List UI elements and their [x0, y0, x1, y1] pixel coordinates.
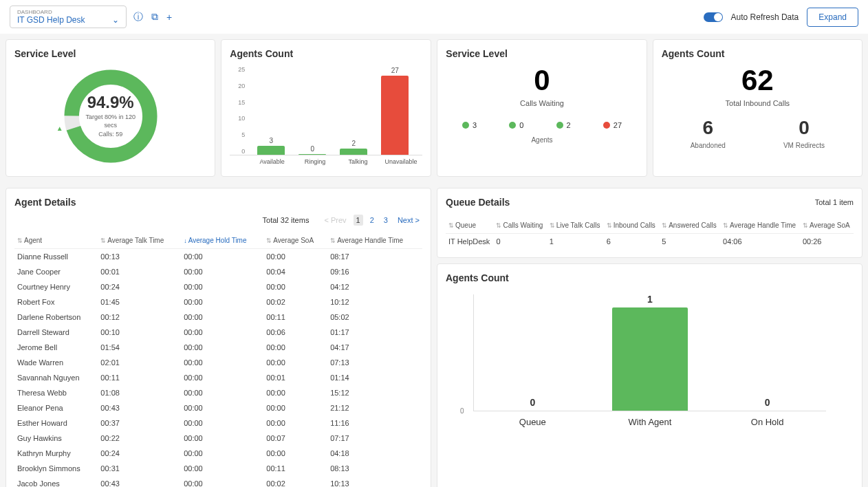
table-row[interactable]: Guy Hawkins00:2200:0000:0707:17	[14, 431, 422, 446]
bar	[299, 154, 326, 155]
agent-details-col[interactable]: ⇅Average Handle Time	[327, 232, 422, 249]
table-row[interactable]: Theresa Webb01:0800:0000:0015:12	[14, 385, 422, 400]
table-row[interactable]: Esther Howard00:3700:0000:0011:16	[14, 415, 422, 431]
table-row[interactable]: Courtney Henry00:2400:0000:0004:12	[14, 279, 422, 294]
queue-details-total: Total 1 item	[815, 198, 854, 206]
dot-value: 3	[473, 121, 477, 129]
pagination-page[interactable]: 2	[367, 215, 377, 226]
table-cell: 5	[659, 234, 720, 250]
bar-value: 2	[352, 140, 356, 147]
donut-marker-icon: ▲	[56, 125, 63, 132]
queue-details-table: ⇅Queue⇅Calls Waiting⇅Live Talk Calls⇅Inb…	[446, 217, 854, 249]
col-label: Queue	[455, 221, 476, 229]
copy-icon[interactable]: ⧉	[150, 10, 160, 24]
inbound-label: Total Inbound Calls	[662, 99, 854, 107]
service-level-title: Service Level	[14, 48, 206, 59]
bar-value: 0	[311, 145, 315, 153]
subnum: 6Abandoned	[691, 117, 726, 149]
table-row[interactable]: Jerome Bell01:5400:0000:0004:17	[14, 340, 422, 355]
queue-details-col[interactable]: ⇅Queue	[446, 217, 493, 234]
queue-details-card: Queue Details Total 1 item ⇅Queue⇅Calls …	[437, 188, 862, 258]
agent-details-title: Agent Details	[14, 197, 422, 208]
donut-center: 94.9% Target 80% in 120 secs Calls: 59	[85, 93, 136, 139]
queue-details-tbody: IT HelpDesk016504:0600:26	[446, 234, 854, 250]
info-icon[interactable]: ⓘ	[132, 10, 144, 25]
agent-details-total: Total 32 items	[263, 216, 310, 224]
bar-label: Unavailable	[380, 158, 422, 165]
table-cell: Dianne Russell	[14, 249, 98, 265]
agent-details-col[interactable]: ↓Average Hold Time	[181, 232, 263, 249]
agent-details-col[interactable]: ⇅Agent	[14, 232, 98, 249]
table-cell: Kathryn Murphy	[14, 446, 98, 461]
bar-label: Available	[252, 158, 293, 165]
expand-button[interactable]: Expand	[807, 8, 858, 27]
status-dot-icon	[556, 122, 563, 129]
table-cell: 1	[547, 234, 604, 250]
agents-count-bottom-card: Agents Count 0 0Queue1With Agent0On Hold	[437, 263, 862, 487]
table-cell: 00:00	[263, 279, 327, 294]
agents-dot-row: 30227	[446, 121, 638, 129]
agent-details-col[interactable]: ⇅Average SoA	[263, 232, 327, 249]
bar	[612, 307, 688, 411]
queue-details-col[interactable]: ⇅Average SoA	[800, 217, 854, 234]
table-row[interactable]: Robert Fox01:4500:0000:0210:12	[14, 294, 422, 310]
bottom-chart-ylab: 0	[460, 407, 464, 415]
bar-label: On Hold	[751, 417, 784, 427]
agent-details-table: ⇅Agent⇅Average Talk Time↓Average Hold Ti…	[14, 232, 422, 487]
table-cell: 00:01	[98, 264, 181, 279]
table-cell: Esther Howard	[14, 415, 98, 431]
table-cell: 01:08	[98, 385, 181, 400]
table-cell: 00:02	[263, 294, 327, 310]
table-row[interactable]: Dianne Russell00:1300:0000:0008:17	[14, 249, 422, 265]
subnum-label: Abandoned	[691, 142, 726, 149]
table-row[interactable]: Brooklyn Simmons00:3100:0000:1108:13	[14, 461, 422, 476]
pagination-page[interactable]: 3	[381, 215, 391, 226]
queue-details-col[interactable]: ⇅Calls Waiting	[493, 217, 546, 234]
table-cell: IT HelpDesk	[446, 234, 493, 250]
queue-details-thead: ⇅Queue⇅Calls Waiting⇅Live Talk Calls⇅Inb…	[446, 217, 854, 234]
queue-details-col[interactable]: ⇅Inbound Calls	[604, 217, 659, 234]
agent-details-pagination: < Prev 123 Next >	[321, 215, 422, 226]
table-cell: 04:12	[327, 279, 422, 294]
table-row[interactable]: IT HelpDesk016504:0600:26	[446, 234, 854, 250]
agent-details-col[interactable]: ⇅Average Talk Time	[98, 232, 181, 249]
table-row[interactable]: Jacob Jones00:4300:0000:0210:13	[14, 476, 422, 487]
queue-details-col[interactable]: ⇅Answered Calls	[659, 217, 720, 234]
pagination-next[interactable]: Next >	[395, 215, 422, 226]
bar-col: 0Queue	[484, 397, 581, 411]
table-cell: 00:00	[263, 385, 327, 400]
table-row[interactable]: Savannah Nguyen00:1100:0000:0101:14	[14, 370, 422, 385]
table-cell: 00:02	[263, 476, 327, 487]
bar	[381, 76, 409, 155]
bar-col: 3	[250, 137, 292, 155]
inbound-subrow: 6Abandoned0VM Redirects	[662, 117, 854, 149]
dashboard-select[interactable]: DASHBOARD IT GSD Help Desk ⌄	[10, 6, 127, 28]
table-cell: 00:00	[181, 294, 263, 310]
topbar-left: DASHBOARD IT GSD Help Desk ⌄ ⓘ ⧉ +	[10, 6, 173, 28]
table-row[interactable]: Darlene Robertson00:1200:0000:1105:02	[14, 310, 422, 325]
pagination-page[interactable]: 1	[354, 215, 363, 226]
dot-item: 2	[556, 121, 571, 129]
auto-refresh-toggle[interactable]	[704, 12, 723, 22]
pagination-prev[interactable]: < Prev	[321, 215, 349, 226]
queue-details-col[interactable]: ⇅Average Handle Time	[720, 217, 800, 234]
queue-details-col[interactable]: ⇅Live Talk Calls	[547, 217, 604, 234]
table-cell: 00:00	[263, 415, 327, 431]
service-level-donut: ▲ 94.9% Target 80% in 120 secs Calls: 59	[59, 65, 162, 168]
calls-waiting-label: Calls Waiting	[446, 99, 638, 107]
table-row[interactable]: Darrell Steward00:1000:0000:0601:17	[14, 325, 422, 340]
table-row[interactable]: Eleanor Pena00:4300:0000:0021:12	[14, 400, 422, 415]
inbound-number: 62	[662, 66, 854, 95]
subnum-value: 6	[691, 117, 726, 139]
table-cell: 08:17	[327, 249, 422, 265]
table-row[interactable]: Wade Warren02:0100:0000:0007:13	[14, 355, 422, 370]
bar-label: Talking	[338, 158, 379, 165]
table-cell: 00:00	[181, 340, 263, 355]
add-icon[interactable]: +	[165, 10, 173, 24]
inbound-wrap: 62 Total Inbound Calls	[662, 66, 854, 107]
table-row[interactable]: Kathryn Murphy00:2400:0000:0004:18	[14, 446, 422, 461]
table-row[interactable]: Jane Cooper00:0100:0000:0409:16	[14, 264, 422, 279]
table-cell: 10:13	[327, 476, 422, 487]
bar-value: 27	[391, 67, 399, 74]
sort-icon: ⇅	[100, 237, 106, 244]
